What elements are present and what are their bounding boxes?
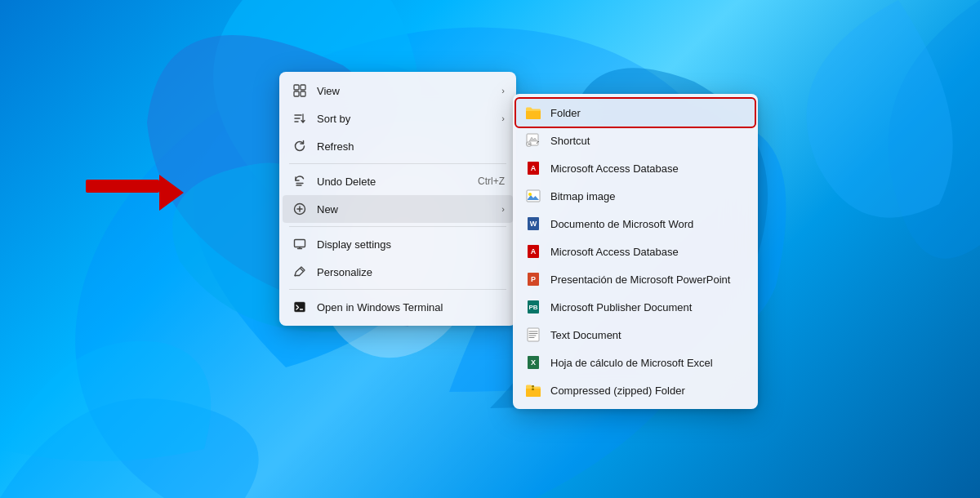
view-label: View <box>317 85 501 97</box>
svg-text:P: P <box>531 275 536 283</box>
new-chevron: › <box>501 204 505 214</box>
terminal-label: Open in Windows Terminal <box>317 301 505 313</box>
folder-icon <box>524 104 542 122</box>
folder-label: Folder <box>550 107 746 119</box>
publisher-label: Microsoft Publisher Document <box>550 301 746 313</box>
menu-item-undodelete[interactable]: Undo Delete Ctrl+Z <box>279 167 516 195</box>
text-label: Text Document <box>550 329 746 341</box>
menu-item-refresh[interactable]: Refresh <box>279 132 516 160</box>
svg-point-9 <box>295 275 296 277</box>
new-label: New <box>317 203 501 216</box>
svg-rect-10 <box>295 302 305 312</box>
context-menu: View › Sort by › Refresh <box>279 72 516 326</box>
zip-icon <box>524 381 542 399</box>
refresh-icon <box>291 137 309 155</box>
svg-rect-29 <box>532 387 534 389</box>
new-submenu: Folder Shortcut A Microsoft Access Datab… <box>513 94 758 409</box>
submenu-item-bitmap[interactable]: Bitmap image <box>513 182 758 210</box>
personalize-icon <box>291 263 309 281</box>
word-label: Documento de Microsoft Word <box>550 218 746 230</box>
word-icon: W <box>524 215 542 233</box>
submenu-item-ppt[interactable]: P Presentación de Microsoft PowerPoint <box>513 265 758 293</box>
menu-item-new[interactable]: New › <box>283 195 513 223</box>
svg-rect-5 <box>294 91 299 96</box>
svg-point-16 <box>528 193 532 196</box>
svg-rect-6 <box>301 91 305 96</box>
bitmap-label: Bitmap image <box>550 190 746 202</box>
svg-text:W: W <box>530 220 537 228</box>
menu-item-displaysettings[interactable]: Display settings <box>279 230 516 258</box>
svg-rect-25 <box>528 328 539 341</box>
ppt-label: Presentación de Microsoft PowerPoint <box>550 273 746 286</box>
svg-rect-8 <box>295 240 305 247</box>
submenu-item-publisher[interactable]: PB Microsoft Publisher Document <box>513 293 758 321</box>
svg-text:X: X <box>531 358 536 367</box>
displaysettings-label: Display settings <box>317 238 505 251</box>
menu-item-view[interactable]: View › <box>279 77 516 104</box>
undo-icon <box>291 172 309 190</box>
svg-text:PB: PB <box>528 304 537 311</box>
ppt-icon: P <box>524 270 542 288</box>
sortby-label: Sort by <box>317 113 501 125</box>
access2-label: Microsoft Access Database <box>550 246 746 258</box>
menu-item-terminal[interactable]: Open in Windows Terminal <box>279 293 516 321</box>
submenu-item-shortcut[interactable]: Shortcut <box>513 127 758 154</box>
text-icon <box>524 326 542 344</box>
refresh-label: Refresh <box>317 140 505 153</box>
zip-label: Compressed (zipped) Folder <box>550 385 746 397</box>
publisher-icon: PB <box>524 298 542 316</box>
svg-rect-3 <box>294 85 299 90</box>
excel-icon: X <box>524 353 542 371</box>
undodelete-shortcut: Ctrl+Z <box>478 176 505 187</box>
display-icon <box>291 235 309 253</box>
menu-item-personalize[interactable]: Personalize <box>279 258 516 286</box>
menu-item-sortby[interactable]: Sort by › <box>279 104 516 132</box>
sortby-chevron: › <box>501 113 505 123</box>
new-icon <box>291 200 309 218</box>
svg-text:A: A <box>531 164 537 172</box>
divider-3 <box>289 289 506 290</box>
svg-rect-30 <box>532 389 534 390</box>
sortby-icon <box>291 109 309 127</box>
submenu-item-access1[interactable]: A Microsoft Access Database <box>513 154 758 182</box>
submenu-item-excel[interactable]: X Hoja de cálculo de Microsoft Excel <box>513 349 758 376</box>
view-chevron: › <box>501 86 505 96</box>
shortcut-icon <box>524 131 542 149</box>
divider-2 <box>289 226 506 227</box>
submenu-item-folder[interactable]: Folder <box>516 99 755 127</box>
bitmap-icon <box>524 187 542 205</box>
submenu-item-zip[interactable]: Compressed (zipped) Folder <box>513 376 758 404</box>
divider-1 <box>289 163 506 164</box>
undodelete-label: Undo Delete <box>317 176 478 188</box>
personalize-label: Personalize <box>317 266 505 278</box>
access2-icon: A <box>524 242 542 260</box>
svg-rect-28 <box>532 385 534 387</box>
svg-text:A: A <box>531 247 537 256</box>
submenu-item-text[interactable]: Text Document <box>513 321 758 349</box>
svg-rect-4 <box>301 85 305 90</box>
excel-label: Hoja de cálculo de Microsoft Excel <box>550 357 746 369</box>
access1-icon: A <box>524 159 542 177</box>
access1-label: Microsoft Access Database <box>550 162 746 175</box>
submenu-item-word[interactable]: W Documento de Microsoft Word <box>513 210 758 238</box>
terminal-icon <box>291 298 309 316</box>
submenu-item-access2[interactable]: A Microsoft Access Database <box>513 238 758 265</box>
shortcut-label: Shortcut <box>550 135 746 147</box>
view-icon <box>291 82 309 100</box>
